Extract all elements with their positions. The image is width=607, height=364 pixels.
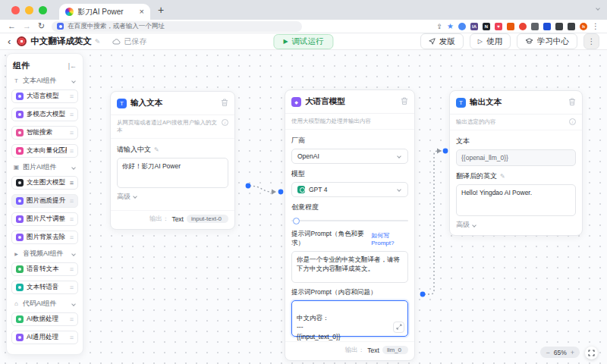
drag-handle-icon[interactable]: ≡	[70, 216, 74, 223]
chevron-down-icon[interactable]	[71, 302, 76, 306]
drag-handle-icon[interactable]: ≡	[70, 130, 74, 136]
sidebar-item-text-vector[interactable]: 文本向量化匹配 ≡	[11, 144, 78, 158]
tab-search-chevron-icon[interactable]	[596, 6, 600, 11]
port-input-text-out[interactable]	[246, 184, 251, 189]
drag-handle-icon[interactable]: ≡	[70, 93, 74, 100]
fit-view-button[interactable]	[585, 347, 598, 359]
vendor-select[interactable]: OpenAI	[291, 149, 408, 164]
learning-center-label: 学习中心	[537, 36, 569, 47]
zoom-in-button[interactable]: +	[571, 349, 574, 356]
sidebar-item-speech2text[interactable]: 语音转文本 ≡	[11, 262, 78, 276]
port-output-text-in[interactable]	[443, 149, 448, 154]
sidebar-item-llm[interactable]: 大语言模型 ≡	[11, 89, 78, 103]
sidebar-item-ai-data[interactable]: AI数据处理 ≡	[11, 312, 78, 326]
creativity-slider[interactable]	[291, 215, 408, 226]
section-text-ai[interactable]: T 文本AI组件	[11, 76, 78, 86]
capture-extension-icon[interactable]	[507, 23, 514, 30]
globe-extension-icon[interactable]	[458, 23, 466, 30]
tab-close-icon[interactable]: ×	[140, 8, 144, 16]
puzzle-extension-icon[interactable]	[555, 23, 563, 30]
sidebar-item-text2speech[interactable]: 文本转语音 ≡	[11, 281, 78, 294]
notion-extension-icon[interactable]: N	[483, 23, 490, 30]
port-llm-in[interactable]	[278, 190, 284, 195]
sidebar-item-multimodal[interactable]: 多模态大模型 ≡	[11, 108, 78, 121]
node-output-text[interactable]: T 输出文本 输出选定的内容 i 文本 {{openai_llm_0}} 翻译后…	[449, 90, 583, 236]
chevron-down-icon[interactable]	[71, 165, 76, 170]
translated-result-textarea[interactable]: Hello! Yingdao AI Power.	[456, 184, 576, 216]
rename-icon[interactable]: ✎	[95, 38, 101, 46]
debug-run-button[interactable]: ▶ 调试运行	[273, 34, 333, 49]
window-minimize-button[interactable]	[25, 6, 33, 14]
gray-extension-icon[interactable]	[531, 23, 539, 30]
drag-handle-icon[interactable]: ≡	[70, 198, 74, 205]
url-omnibox[interactable]: 在百度中搜索，或者输入一个网址	[52, 21, 302, 32]
collapse-panel-icon[interactable]: |←	[68, 62, 77, 70]
chevron-down-icon[interactable]	[71, 79, 76, 83]
node-input-text[interactable]: T 输入文本 从网页端或者通过API接收用户输入的文本 i 请输入中文 ✎ 你好…	[110, 91, 235, 230]
publish-button[interactable]: 发版	[420, 33, 464, 49]
browser-reload-icon[interactable]: ↻	[38, 22, 45, 30]
drag-handle-icon[interactable]: ≡	[70, 180, 74, 187]
pocket-extension-icon[interactable]: ♥	[495, 23, 502, 30]
window-close-button[interactable]	[11, 6, 20, 14]
browser-address-bar: ← → ↻ 在百度中搜索，或者输入一个网址 ⇪ ★ IA N ♥ h ⋮	[0, 20, 607, 33]
sidebar-item-text2image[interactable]: 文生图大模型 ≡	[11, 176, 78, 190]
browser-tab[interactable]: 影刀AI Power ×	[59, 4, 150, 20]
window-zoom-button[interactable]	[39, 6, 47, 14]
delete-node-icon[interactable]	[221, 96, 228, 110]
drag-handle-icon[interactable]: ≡	[70, 266, 74, 273]
output-variable-pill[interactable]: llm_0	[382, 346, 408, 354]
browser-back-icon[interactable]: ←	[8, 22, 16, 30]
edit-label-icon[interactable]: ✎	[154, 146, 159, 153]
node-llm[interactable]: ◆ 大语言模型 使用大模型能力处理并输出内容 厂商 OpenAI 模型 GPT …	[285, 89, 415, 361]
sidebar-item-image-upscale[interactable]: 图片画质提升 ≡	[11, 194, 78, 208]
text-reference-input[interactable]: {{openai_llm_0}}	[456, 149, 576, 166]
profile-avatar-icon[interactable]: h	[580, 23, 587, 30]
share-icon[interactable]: ⇪	[436, 23, 442, 30]
delete-node-icon[interactable]	[401, 95, 408, 108]
section-code-ai[interactable]: ⌂ 代码AI组件	[11, 299, 78, 309]
drag-handle-icon[interactable]: ≡	[70, 111, 74, 118]
delete-node-icon[interactable]	[568, 96, 576, 109]
advanced-toggle[interactable]: 高级	[117, 192, 228, 202]
chevron-down-icon[interactable]	[71, 252, 76, 256]
info-icon[interactable]: i	[569, 118, 576, 125]
info-icon[interactable]: i	[222, 119, 228, 126]
model-select[interactable]: GPT 4	[291, 182, 408, 197]
prompt-content-textarea[interactable]: 中文内容： --- {{input_text_0}}	[291, 300, 408, 337]
drag-handle-icon[interactable]: ≡	[70, 148, 74, 155]
ia-extension-icon[interactable]: IA	[470, 23, 478, 30]
workflow-canvas[interactable]: ai-bot.cn AI工具集 组件 |← T 文本AI组件 大语言模型 ≡ 多…	[0, 50, 607, 364]
chinese-input-textarea[interactable]: 你好！影刀AI Power	[117, 158, 228, 188]
sidebar-item-ai-general[interactable]: AI通用处理 ≡	[11, 331, 78, 344]
expand-textarea-icon[interactable]	[393, 322, 404, 333]
sidebar-item-smart-search[interactable]: 智能搜索 ≡	[11, 126, 78, 140]
more-actions-button[interactable]: ⋮	[583, 33, 599, 49]
sidebar-item-bg-remove[interactable]: 图片背景去除 ≡	[11, 231, 78, 244]
section-image-ai[interactable]: ▣ 图片AI组件	[11, 162, 78, 172]
drag-handle-icon[interactable]: ≡	[70, 234, 74, 241]
shield-extension-icon[interactable]	[543, 23, 551, 30]
section-av-ai[interactable]: ▶ 音视频AI组件	[11, 249, 78, 259]
record-extension-icon[interactable]	[519, 23, 527, 30]
sidebar-item-image-resize[interactable]: 图片尺寸调整 ≡	[11, 212, 78, 226]
bookmark-star-icon[interactable]: ★	[447, 23, 454, 30]
learning-center-button[interactable]: 学习中心	[517, 33, 577, 49]
edit-label-icon[interactable]: ✎	[500, 173, 505, 180]
zoom-out-button[interactable]: −	[546, 349, 549, 356]
sidebar-extension-icon[interactable]	[568, 23, 575, 30]
advanced-toggle[interactable]: 高级	[456, 220, 576, 230]
browser-forward-icon[interactable]: →	[23, 22, 31, 30]
drag-handle-icon[interactable]: ≡	[70, 334, 74, 341]
new-tab-button[interactable]: +	[158, 5, 164, 15]
use-button[interactable]: ▷ 使用	[470, 33, 511, 49]
slider-knob[interactable]	[293, 218, 300, 224]
output-variable-pill[interactable]: input-text-0	[187, 215, 228, 223]
prompt-help-link[interactable]: 如何写Prompt?	[371, 231, 408, 246]
port-llm-out[interactable]	[420, 292, 426, 297]
browser-menu-icon[interactable]: ⋮	[592, 22, 599, 30]
prompt-role-textarea[interactable]: 你是一个专业的中英文翻译者，请将下方中文内容翻译成英文。	[291, 251, 408, 283]
drag-handle-icon[interactable]: ≡	[70, 316, 74, 323]
back-button[interactable]: ‹	[8, 36, 11, 46]
drag-handle-icon[interactable]: ≡	[70, 284, 74, 291]
